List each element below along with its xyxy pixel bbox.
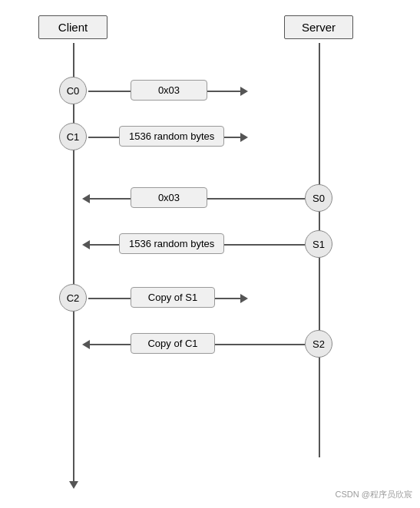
node-c0: C0 — [59, 77, 87, 104]
msg-1536-left: 1536 random bytes — [119, 233, 224, 254]
node-s2: S2 — [305, 330, 332, 358]
client-header: Client — [38, 15, 107, 39]
msg-0x03-right: 0x03 — [131, 80, 207, 101]
watermark: CSDN @程序员欣宸 — [336, 489, 412, 500]
diagram-container: Client Server C0 0x03 C1 1536 random byt… — [0, 0, 420, 508]
msg-1536-right: 1536 random bytes — [119, 126, 224, 147]
server-header: Server — [284, 15, 353, 39]
node-c1: C1 — [59, 123, 87, 150]
client-vline — [73, 43, 74, 473]
msg-copy-s1: Copy of S1 — [131, 287, 215, 308]
msg-copy-c1: Copy of C1 — [131, 333, 215, 354]
node-s0: S0 — [305, 184, 332, 212]
node-c2: C2 — [59, 284, 87, 312]
node-s1: S1 — [305, 230, 332, 258]
client-down-arrow — [73, 451, 74, 482]
msg-0x03-left: 0x03 — [131, 187, 207, 208]
